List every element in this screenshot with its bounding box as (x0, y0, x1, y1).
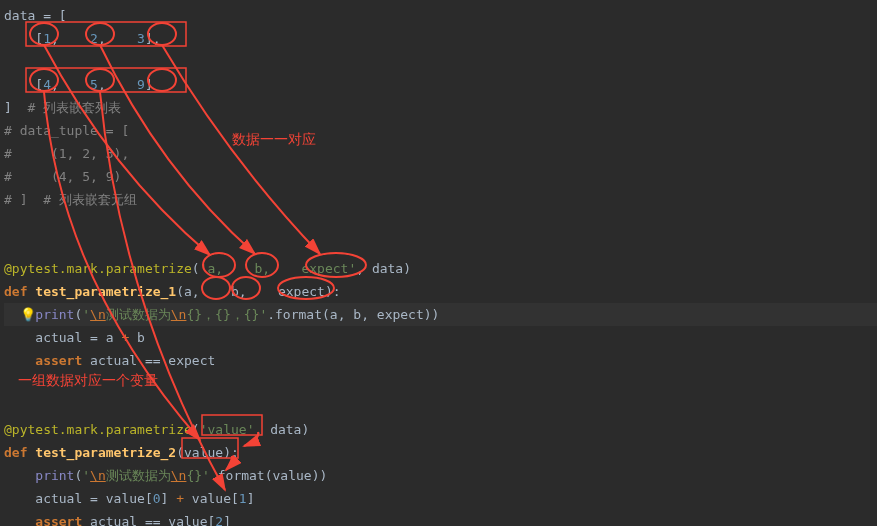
code-line (4, 211, 877, 234)
code-line: print('\n测试数据为\n{}'.format(value)) (4, 464, 877, 487)
code-line: assert actual == expect (4, 349, 877, 372)
code-line: @pytest.mark.parametrize('a, b, expect',… (4, 257, 877, 280)
code-line (4, 50, 877, 73)
code-line: assert actual == value[2] (4, 510, 877, 526)
code-line-active: 💡 print('\n测试数据为\n{}，{}，{}'.format(a, b,… (4, 303, 877, 326)
code-line: def test_parametrize_2(value): (4, 441, 877, 464)
code-line: # (4, 5, 9) (4, 165, 877, 188)
code-line: def test_parametrize_1(a, b, expect): (4, 280, 877, 303)
code-line: # ] # 列表嵌套元组 (4, 188, 877, 211)
code-line: actual = value[0] + value[1] (4, 487, 877, 510)
code-editor[interactable]: data = [ [1, 2, 3], [4, 5, 9] ] # 列表嵌套列表… (0, 0, 877, 526)
code-line: [1, 2, 3], (4, 27, 877, 50)
code-line: # (1, 2, 3), (4, 142, 877, 165)
code-line (4, 372, 877, 395)
code-line (4, 234, 877, 257)
code-line: @pytest.mark.parametrize('value', data) (4, 418, 877, 441)
code-line: [4, 5, 9] (4, 73, 877, 96)
intention-bulb-icon[interactable]: 💡 (20, 303, 36, 326)
code-line: data = [ (4, 4, 877, 27)
code-line (4, 395, 877, 418)
code-line: # data_tuple = [ (4, 119, 877, 142)
code-line: actual = a + b (4, 326, 877, 349)
code-line: ] # 列表嵌套列表 (4, 96, 877, 119)
